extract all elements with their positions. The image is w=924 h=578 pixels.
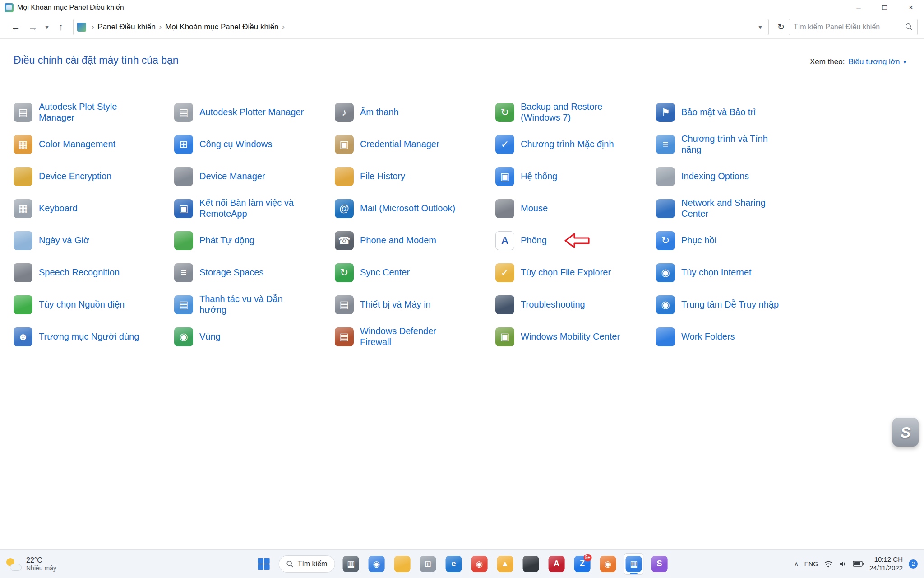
maximize-button[interactable]: □: [872, 0, 898, 15]
control-panel-item[interactable]: Work Folders: [656, 321, 817, 353]
zalo-icon[interactable]: Z5+: [572, 553, 592, 575]
control-panel-item[interactable]: ▣ Kết nối Bàn làm việc và RemoteApp: [174, 192, 335, 224]
breadcrumb-current[interactable]: Mọi Khoản mục Panel Điều khiển: [163, 23, 280, 32]
chrome-browser-icon[interactable]: ◉: [469, 553, 489, 575]
taskbar-search[interactable]: Tìm kiếm: [279, 555, 335, 573]
item-label[interactable]: Phục hồi: [681, 235, 716, 246]
search-box[interactable]: [789, 19, 918, 35]
breadcrumb-root[interactable]: Panel Điều khiển: [96, 23, 157, 32]
control-panel-item[interactable]: ♪ Âm thanh: [335, 96, 495, 128]
back-button[interactable]: ←: [7, 19, 24, 36]
control-panel-item[interactable]: Device Encryption: [14, 160, 174, 192]
control-panel-item[interactable]: ▦ Keyboard: [14, 192, 174, 224]
minimize-button[interactable]: –: [845, 0, 872, 15]
control-panel-item[interactable]: Indexing Options: [656, 160, 817, 192]
item-label[interactable]: Âm thanh: [360, 107, 399, 118]
tray-chevron-up-icon[interactable]: ∧: [794, 560, 799, 567]
edge-browser-icon[interactable]: e: [444, 553, 463, 575]
control-panel-item[interactable]: ▣ Windows Mobility Center: [495, 321, 656, 353]
control-panel-item[interactable]: ⊞ Công cụ Windows: [174, 128, 335, 160]
up-button[interactable]: ↑: [52, 19, 69, 36]
item-label[interactable]: Speech Recognition: [39, 267, 120, 278]
item-label[interactable]: Tùy chọn File Explorer: [521, 267, 611, 278]
search-input[interactable]: [794, 23, 905, 31]
item-label[interactable]: Chương trình Mặc định: [521, 139, 614, 150]
control-panel-item[interactable]: Network and Sharing Center: [656, 192, 817, 224]
control-panel-item[interactable]: ▣ Hệ thống: [495, 160, 656, 192]
control-panel-item[interactable]: Mouse: [495, 192, 656, 224]
control-panel-item[interactable]: ✓ Tùy chọn File Explorer: [495, 256, 656, 289]
control-panel-item[interactable]: ☎ Phone and Modem: [335, 224, 495, 256]
control-panel-item[interactable]: @ Mail (Microsoft Outlook): [335, 192, 495, 224]
item-label[interactable]: Indexing Options: [681, 171, 749, 182]
control-panel-item[interactable]: File History: [335, 160, 495, 192]
autocad-icon[interactable]: A: [546, 553, 566, 575]
item-label[interactable]: Trung tâm Dễ Truy nhập: [681, 299, 779, 310]
item-label[interactable]: Mail (Microsoft Outlook): [360, 203, 455, 214]
item-label[interactable]: Mouse: [521, 203, 548, 214]
item-label[interactable]: Chương trình và Tính năng: [681, 134, 768, 155]
control-panel-item[interactable]: Troubleshooting: [495, 289, 656, 321]
item-label[interactable]: Troubleshooting: [521, 299, 585, 310]
item-label[interactable]: Tùy chọn Nguồn điện: [39, 299, 125, 310]
item-label[interactable]: Network and Sharing Center: [681, 198, 766, 219]
item-label[interactable]: Sync Center: [360, 267, 410, 278]
view-by-dropdown[interactable]: Biểu tượng lớn: [848, 57, 900, 66]
item-label[interactable]: Trương mục Người dùng: [39, 331, 139, 342]
control-panel-item[interactable]: ✓ Chương trình Mặc định: [495, 128, 656, 160]
start-button[interactable]: [255, 555, 273, 573]
item-label[interactable]: Keyboard: [39, 203, 78, 214]
control-panel-item[interactable]: ▤ Autodesk Plotter Manager: [174, 96, 335, 128]
weather-widget[interactable]: 22°C Nhiều mây: [6, 550, 56, 578]
control-panel-item[interactable]: Speech Recognition: [14, 256, 174, 289]
control-panel-item[interactable]: ▤ Thiết bị và Máy in: [335, 289, 495, 321]
control-panel-item[interactable]: ↻ Backup and Restore (Windows 7): [495, 96, 656, 128]
address-bar[interactable]: › Panel Điều khiển › Mọi Khoản mục Panel…: [73, 19, 769, 35]
forward-button[interactable]: →: [24, 19, 42, 36]
control-panel-item[interactable]: ◉ Tùy chọn Internet: [656, 256, 817, 289]
control-panel-item[interactable]: Ngày và Giờ: [14, 224, 174, 256]
notification-badge[interactable]: 2: [909, 559, 918, 569]
item-label[interactable]: Vùng: [199, 331, 221, 342]
item-label[interactable]: Tùy chọn Internet: [681, 267, 752, 278]
control-panel-item[interactable]: ▤ Windows Defender Firewall: [335, 321, 495, 353]
control-panel-item[interactable]: ▦ Color Management: [14, 128, 174, 160]
control-panel-item[interactable]: Device Manager: [174, 160, 335, 192]
wifi-icon[interactable]: [824, 560, 833, 568]
item-label[interactable]: Thanh tác vụ và Dẫn hướng: [199, 294, 283, 315]
item-label[interactable]: Work Folders: [681, 331, 735, 342]
address-dropdown-icon[interactable]: ▾: [755, 19, 766, 36]
item-label[interactable]: Ngày và Giờ: [39, 235, 89, 246]
recent-locations-button[interactable]: ▾: [42, 19, 52, 36]
app-grid-icon[interactable]: ⊞: [418, 553, 438, 575]
item-label[interactable]: Phone and Modem: [360, 235, 436, 246]
item-label[interactable]: Kết nối Bàn làm việc và RemoteApp: [199, 198, 294, 219]
control-panel-item[interactable]: ↻ Phục hồi: [656, 224, 817, 256]
control-panel-item[interactable]: Phát Tự động: [174, 224, 335, 256]
item-label[interactable]: Device Manager: [199, 171, 265, 182]
item-label[interactable]: Device Encryption: [39, 171, 111, 182]
control-panel-item[interactable]: Tùy chọn Nguồn điện: [14, 289, 174, 321]
file-explorer-icon[interactable]: [392, 553, 412, 575]
control-panel-item[interactable]: ◉ Trung tâm Dễ Truy nhập: [656, 289, 817, 321]
control-panel-item[interactable]: ▤ Autodesk Plot Style Manager: [14, 96, 174, 128]
control-panel-item[interactable]: ⚑ Bảo mật và Bảo trì: [656, 96, 817, 128]
control-panel-item[interactable]: ☻ Trương mục Người dùng: [14, 321, 174, 353]
control-panel-item[interactable]: ↻ Sync Center: [335, 256, 495, 289]
item-label[interactable]: Phát Tự động: [199, 235, 254, 246]
control-panel-item[interactable]: ≡ Chương trình và Tính năng: [656, 128, 817, 160]
task-view-icon[interactable]: ▦: [341, 553, 360, 575]
control-panel-taskbar-icon[interactable]: ▦: [624, 553, 643, 575]
item-label[interactable]: Storage Spaces: [199, 267, 263, 278]
control-panel-item[interactable]: ▤ Thanh tác vụ và Dẫn hướng: [174, 289, 335, 321]
floating-s-widget[interactable]: S: [892, 418, 919, 447]
refresh-icon[interactable]: ↻: [773, 19, 789, 35]
google-drive-icon[interactable]: ▲: [495, 553, 515, 575]
control-panel-item[interactable]: ◉ Vùng: [174, 321, 335, 353]
item-label[interactable]: Công cụ Windows: [199, 139, 272, 150]
item-label[interactable]: Thiết bị và Máy in: [360, 299, 431, 310]
item-label[interactable]: File History: [360, 171, 405, 182]
item-label[interactable]: Bảo mật và Bảo trì: [681, 107, 756, 118]
control-panel-item[interactable]: ▣ Credential Manager: [335, 128, 495, 160]
item-label[interactable]: Autodesk Plotter Manager: [199, 107, 304, 118]
